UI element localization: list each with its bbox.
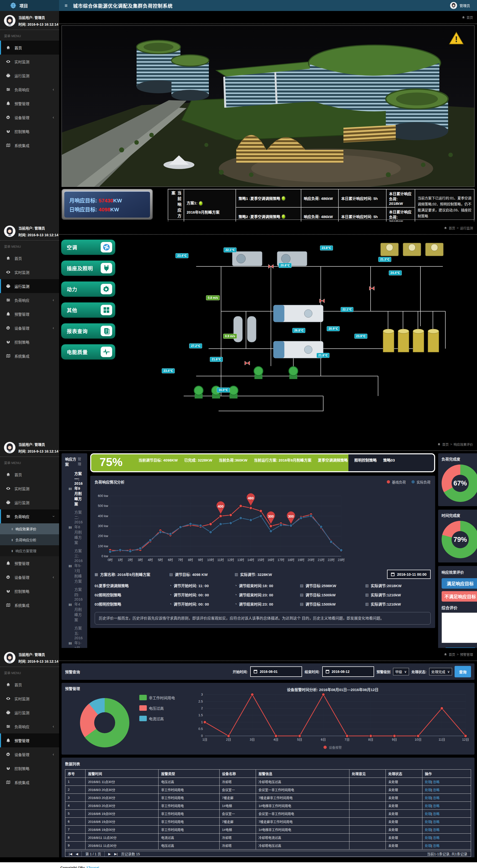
sidebar-item-alarm[interactable]: 预警管理 bbox=[0, 96, 59, 111]
plan-list-item[interactable]: ▮▮方案四: 2016年4月削峰方案 bbox=[65, 585, 84, 624]
sidebar-item-device[interactable]: 设备管理‹ bbox=[0, 321, 59, 335]
table-row[interactable]: 22016/8/3 20点30分非工作时间用电会议室一会议室一非工作时间用电未处… bbox=[65, 786, 471, 794]
manage-link[interactable]: 管理 bbox=[78, 456, 84, 467]
sidebar-item-strategy[interactable]: 控制策略 bbox=[0, 584, 59, 598]
sidebar-item-load-response[interactable]: 负荷响应‹ bbox=[0, 719, 59, 734]
sidebar-subitem-1[interactable]: ▮负荷响应分析 bbox=[0, 534, 59, 545]
sidebar-item-realtime[interactable]: 实时监测 bbox=[0, 265, 59, 279]
date-picker[interactable]: 2016-10-11 00:00 bbox=[387, 570, 431, 579]
comment-textarea[interactable] bbox=[442, 613, 477, 643]
load-response-chart[interactable]: 0 kw 100 kw 200 kw 300 kw 400 kw 500 kw … bbox=[95, 485, 431, 566]
process-link[interactable]: 处理 bbox=[425, 812, 432, 816]
last-page-button[interactable]: ▶| bbox=[114, 852, 117, 856]
breadcrumb-home[interactable]: 首页 bbox=[467, 15, 473, 20]
breadcrumb-home[interactable]: 首页 bbox=[449, 225, 455, 230]
sidebar-item-integration[interactable]: 系统集成 bbox=[0, 775, 59, 789]
sidebar-item-alarm[interactable]: 预警管理 bbox=[0, 556, 59, 570]
sidebar-item-load-response[interactable]: 负荷响应‹ bbox=[0, 83, 59, 96]
ignore-link[interactable]: 忽略 bbox=[433, 812, 440, 816]
breadcrumb-home[interactable]: 首页 bbox=[442, 442, 449, 446]
level-select[interactable]: 甲级∨ bbox=[393, 668, 409, 675]
sidebar-item-alarm[interactable]: 预警管理 bbox=[0, 307, 59, 321]
status-select[interactable]: 处理完成∨ bbox=[429, 668, 452, 675]
legend-item[interactable]: 基线负荷 bbox=[387, 479, 406, 485]
category-button-fan[interactable]: 空调 bbox=[61, 240, 116, 255]
next-page-button[interactable]: ▶ bbox=[108, 852, 110, 856]
ignore-link[interactable]: 忽略 bbox=[433, 844, 440, 847]
first-page-button[interactable]: |◀ bbox=[69, 852, 72, 856]
sidebar-item-home[interactable]: 首页 bbox=[0, 251, 59, 265]
sidebar-item-realtime[interactable]: 实时监测 bbox=[0, 691, 59, 706]
prev-page-button[interactable]: ◀ bbox=[75, 852, 78, 856]
ignore-link[interactable]: 忽略 bbox=[433, 804, 440, 808]
alarm-line-chart[interactable]: 0 0.5 1 1.5 2 2.5 31日2日3日4日5日6日7日8日9日10日… bbox=[194, 692, 471, 744]
header-user[interactable]: 管理员 bbox=[450, 2, 477, 9]
ignore-link[interactable]: 忽略 bbox=[433, 836, 440, 840]
sidebar-item-operation[interactable]: 运行监测 bbox=[0, 495, 59, 509]
meet-target-button[interactable]: 满足响应目标 bbox=[442, 578, 477, 589]
process-link[interactable]: 处理 bbox=[425, 780, 432, 784]
sidebar-item-realtime[interactable]: 实时监测 bbox=[0, 482, 59, 495]
sidebar-item-load-response[interactable]: 负荷响应‹ bbox=[0, 293, 59, 307]
sidebar-item-strategy[interactable]: 控制策略 bbox=[0, 761, 59, 775]
sidebar-item-realtime[interactable]: 实时监测 bbox=[0, 55, 59, 68]
sidebar-subitem-2[interactable]: ▮响应方案管理 bbox=[0, 545, 59, 556]
category-button-report[interactable]: 报表查询 bbox=[61, 323, 116, 339]
table-row[interactable]: 42016/8/3 20点30分非工作时间用电1#电梯1#电梯非工作时间用电未处… bbox=[65, 802, 471, 810]
sidebar-item-device[interactable]: 设备管理‹ bbox=[0, 111, 59, 124]
sidebar-item-operation[interactable]: 运行监测 bbox=[0, 706, 59, 719]
sidebar-item-home[interactable]: 首页 bbox=[0, 678, 59, 691]
category-button-wave[interactable]: 电能质量 bbox=[61, 344, 116, 360]
table-row[interactable]: 52016/8/6 19点00分非工作时间用电会议室一会议室一非工作时间用电未处… bbox=[65, 810, 471, 818]
sidebar-item-operation[interactable]: 运行监测 bbox=[0, 279, 59, 293]
table-row[interactable]: 92016/8/11 11点30分电压过高冷却塔冷却塔电压过高未处理处理| 忽略 bbox=[65, 842, 471, 849]
ignore-link[interactable]: 忽略 bbox=[433, 796, 440, 800]
sidebar-item-integration[interactable]: 系统集成 bbox=[0, 349, 59, 363]
sidebar-item-home[interactable]: 首页 bbox=[0, 41, 59, 55]
plan-list-item[interactable]: ▮▮方案三: 2016年5-7月削峰方案 bbox=[65, 547, 84, 585]
legend-item[interactable]: 实际负荷 bbox=[411, 479, 431, 485]
sidebar-item-strategy[interactable]: 控制策略 bbox=[0, 124, 59, 138]
sidebar-item-integration[interactable]: 系统集成 bbox=[0, 138, 59, 152]
ignore-link[interactable]: 忽略 bbox=[433, 780, 440, 784]
footer-link[interactable]: 17sucai bbox=[86, 866, 99, 868]
legend-item[interactable]: 非工作时间用电 bbox=[139, 695, 175, 700]
category-button-plug[interactable]: 插座及照明 bbox=[61, 260, 116, 276]
breadcrumb-home[interactable]: 首页 bbox=[449, 652, 455, 657]
sidebar-item-integration[interactable]: 系统集成 bbox=[0, 598, 59, 612]
ignore-link[interactable]: 忽略 bbox=[433, 788, 440, 792]
category-button-grid[interactable]: 其他 bbox=[61, 302, 116, 318]
end-date-input[interactable]: 2016-08-12 bbox=[322, 666, 374, 677]
process-link[interactable]: 处理 bbox=[425, 844, 432, 847]
table-row[interactable]: 72016/8/6 19点00分非工作时间用电1#电梯1#电梯非工作时间用电未处… bbox=[65, 826, 471, 834]
category-button-gear[interactable]: 动力 bbox=[61, 281, 116, 297]
not-meet-target-button[interactable]: 不满足响应目标 bbox=[442, 591, 477, 601]
process-link[interactable]: 处理 bbox=[425, 828, 432, 832]
table-row[interactable]: 82016/8/11 11点30分电流过高冷却塔冷却塔电流过高未处理处理| 忽略 bbox=[65, 834, 471, 842]
plan-list-item[interactable]: ▮▮方案二: 2016年8月削峰方案 bbox=[65, 508, 84, 547]
sidebar-item-device[interactable]: 设备管理‹ bbox=[0, 747, 59, 761]
process-link[interactable]: 处理 bbox=[425, 836, 432, 840]
process-link[interactable]: 处理 bbox=[425, 796, 432, 800]
table-row[interactable]: 12016/8/1 11点30分电压过高冷却塔冷却塔电压过高未处理处理| 忽略 bbox=[65, 778, 471, 786]
ignore-link[interactable]: 忽略 bbox=[433, 820, 440, 824]
sidebar-item-home[interactable]: 首页 bbox=[0, 467, 59, 482]
sidebar-item-device[interactable]: 设备管理‹ bbox=[0, 570, 59, 584]
table-row[interactable]: 32016/8/3 20点30分非工作时间用电7楼走廊7楼走廊非工作时间用电未处… bbox=[65, 794, 471, 802]
ignore-link[interactable]: 忽略 bbox=[433, 828, 440, 832]
sidebar-item-alarm[interactable]: 预警管理 bbox=[0, 734, 59, 747]
sidebar-subitem-0[interactable]: ▮响应效果评价 bbox=[0, 523, 59, 534]
process-link[interactable]: 处理 bbox=[425, 804, 432, 808]
menu-toggle-icon[interactable]: ≡ bbox=[59, 3, 73, 8]
plan-list-item[interactable]: ▮▮方案五: 2016年1-3月削峰方案 bbox=[65, 624, 84, 648]
process-link[interactable]: 处理 bbox=[425, 788, 432, 792]
plan-list-item[interactable]: ▮▮方案一: 2016年9月削峰方案 bbox=[65, 469, 84, 508]
legend-item[interactable]: 电压过高 bbox=[139, 705, 175, 711]
sidebar-item-strategy[interactable]: 控制策略 bbox=[0, 335, 59, 349]
sidebar-item-load-response[interactable]: 负荷响应‹ bbox=[0, 509, 59, 523]
process-link[interactable]: 处理 bbox=[425, 820, 432, 824]
search-button[interactable]: 查询 bbox=[454, 666, 471, 677]
table-row[interactable]: 62016/8/6 19点00分非工作时间用电7楼走廊7楼走廊非工作时间用电未处… bbox=[65, 818, 471, 826]
sidebar-item-operation[interactable]: 运行监测 bbox=[0, 68, 59, 83]
start-date-input[interactable]: 2016-08-01 bbox=[250, 666, 302, 677]
